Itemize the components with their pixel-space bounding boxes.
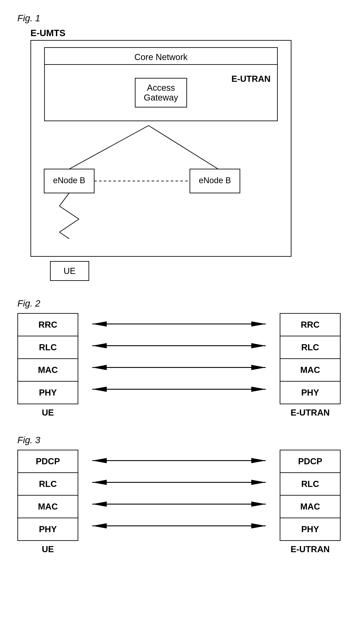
fig3-label: Fig. 3 <box>18 435 340 445</box>
figure-1: Fig. 1 E-UMTS Core Network AccessGateway… <box>18 13 340 281</box>
svg-marker-28 <box>251 480 266 485</box>
svg-marker-27 <box>92 480 106 485</box>
fig2-arrow-rlc-svg <box>83 341 275 350</box>
fig3-left-stack: PDCP RLC MAC PHY <box>18 450 78 541</box>
fig2-right-label: E-UTRAN <box>290 408 330 418</box>
fig2-left-rlc: RLC <box>18 336 78 359</box>
svg-marker-19 <box>251 365 266 370</box>
fig3-arrow-phy-svg <box>83 522 275 530</box>
fig3-right-rlc: RLC <box>280 473 340 496</box>
fig2-left-stack: RRC RLC MAC PHY <box>18 313 78 404</box>
fig3-arrow-mac-svg <box>83 500 275 508</box>
svg-marker-13 <box>251 321 266 326</box>
fig2-left-phy: PHY <box>18 382 78 404</box>
svg-marker-22 <box>251 386 266 392</box>
figure-3: Fig. 3 PDCP RLC MAC PHY UE <box>18 435 340 554</box>
fig3-right-stack: PDCP RLC MAC PHY <box>280 450 340 541</box>
fig2-diagram: RRC RLC MAC PHY UE <box>18 313 340 418</box>
fig3-arrow-rlc-svg <box>83 478 275 487</box>
svg-line-8 <box>60 206 79 219</box>
fig2-left-label: UE <box>42 408 54 418</box>
fig3-arrow-mac <box>83 493 275 515</box>
fig2-arrows <box>78 313 280 400</box>
svg-marker-24 <box>92 458 106 463</box>
fig3-right-label: E-UTRAN <box>290 544 330 554</box>
core-network-box: Core Network AccessGateway E-UTRAN <box>44 47 278 121</box>
fig3-arrow-pdcp-svg <box>83 456 275 465</box>
svg-marker-12 <box>92 321 106 326</box>
svg-text:eNode B: eNode B <box>199 176 231 185</box>
fig3-left-pdcp: PDCP <box>18 450 78 473</box>
figure-2: Fig. 2 RRC RLC MAC PHY UE <box>18 298 340 418</box>
fig2-arrow-mac <box>83 356 275 378</box>
ue-label: UE <box>64 266 76 276</box>
fig2-left-stack-col: RRC RLC MAC PHY UE <box>18 313 78 418</box>
fig2-arrow-rrc-svg <box>83 320 275 328</box>
fig3-left-label: UE <box>42 544 54 554</box>
fig3-diagram: PDCP RLC MAC PHY UE <box>18 450 340 554</box>
fig3-left-mac: MAC <box>18 496 78 518</box>
svg-marker-18 <box>92 365 106 370</box>
fig3-right-mac: MAC <box>280 496 340 518</box>
fig3-arrows <box>78 450 280 537</box>
fig2-left-rrc: RRC <box>18 314 78 336</box>
fig2-right-mac: MAC <box>280 359 340 382</box>
fig3-arrow-phy <box>83 515 275 537</box>
svg-marker-25 <box>251 458 266 463</box>
svg-line-10 <box>60 232 69 239</box>
ue-section: UE <box>50 261 340 281</box>
fig2-right-stack-col: RRC RLC MAC PHY E-UTRAN <box>280 313 340 418</box>
fig3-right-stack-col: PDCP RLC MAC PHY E-UTRAN <box>280 450 340 554</box>
eutran-label: E-UTRAN <box>232 74 270 84</box>
svg-line-9 <box>60 219 79 232</box>
fig1-lines-svg: eNode B eNode B <box>31 121 291 247</box>
svg-text:eNode B: eNode B <box>53 176 85 185</box>
ue-box: UE <box>50 261 89 281</box>
fig2-right-rlc: RLC <box>280 336 340 359</box>
fig3-right-phy: PHY <box>280 518 340 540</box>
svg-marker-15 <box>92 343 106 348</box>
fig2-arrow-phy <box>83 378 275 400</box>
svg-marker-31 <box>251 502 266 507</box>
fig3-left-phy: PHY <box>18 518 78 540</box>
eumts-box: Core Network AccessGateway E-UTRAN <box>30 40 292 257</box>
fig2-arrow-phy-svg <box>83 385 275 394</box>
fig2-right-stack: RRC RLC MAC PHY <box>280 313 340 404</box>
eumts-label: E-UMTS <box>30 28 340 38</box>
svg-line-7 <box>60 193 69 206</box>
access-gateway-label: AccessGateway <box>144 83 178 102</box>
fig2-arrow-mac-svg <box>83 363 275 372</box>
svg-marker-16 <box>251 343 266 348</box>
svg-marker-34 <box>251 523 266 528</box>
fig3-left-rlc: RLC <box>18 473 78 496</box>
svg-line-1 <box>148 126 218 169</box>
svg-marker-33 <box>92 523 106 528</box>
fig3-arrow-rlc <box>83 472 275 493</box>
svg-marker-30 <box>92 502 106 507</box>
fig2-arrow-rlc <box>83 335 275 356</box>
fig1-label: Fig. 1 <box>18 13 340 24</box>
fig3-right-pdcp: PDCP <box>280 450 340 473</box>
fig2-right-rrc: RRC <box>280 314 340 336</box>
fig2-right-phy: PHY <box>280 382 340 404</box>
fig2-arrow-rrc <box>83 313 275 335</box>
fig3-left-stack-col: PDCP RLC MAC PHY UE <box>18 450 78 554</box>
svg-marker-21 <box>92 386 106 392</box>
core-network-label: Core Network <box>45 48 277 64</box>
fig2-label: Fig. 2 <box>18 298 340 309</box>
svg-line-0 <box>69 126 148 169</box>
access-gateway-box: AccessGateway <box>135 78 187 108</box>
fig2-left-mac: MAC <box>18 359 78 382</box>
fig3-arrow-pdcp <box>83 450 275 472</box>
